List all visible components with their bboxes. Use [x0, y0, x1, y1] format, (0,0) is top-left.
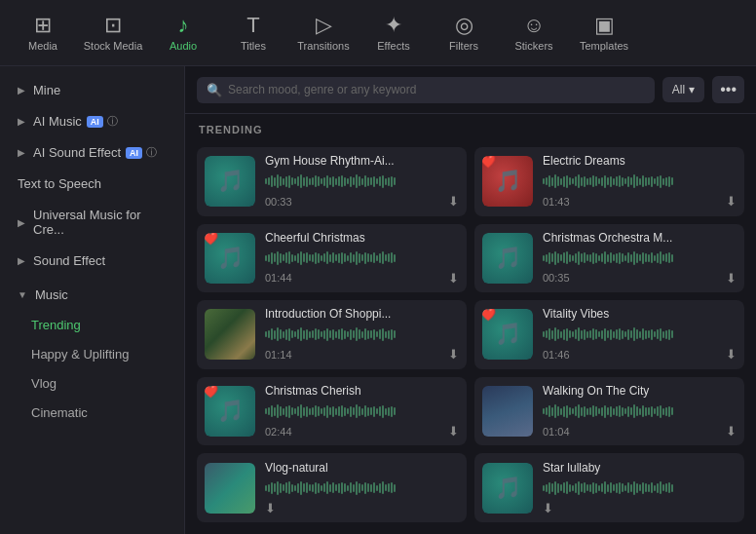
- waveform-bar: [665, 407, 667, 416]
- download-icon[interactable]: ⬇: [448, 424, 459, 439]
- waveform-bar: [569, 407, 571, 415]
- download-icon[interactable]: ⬇: [726, 194, 737, 209]
- chevron-down-icon: ▼: [18, 289, 27, 300]
- waveform-bar: [543, 331, 545, 337]
- sidebar-item-ai-music[interactable]: ▶AI MusicAIⓘ: [4, 106, 180, 136]
- waveform-bar: [364, 328, 366, 340]
- chevron-right-icon: ▶: [18, 217, 25, 228]
- waveform-bar: [300, 174, 302, 188]
- music-card[interactable]: ❤️ 🎵 Christmas Cherish 02:44 ⬇: [197, 377, 467, 446]
- music-card[interactable]: Introduction Of Shoppi... 01:14 ⬇: [197, 300, 467, 369]
- sidebar-sub-item-trending[interactable]: Trending: [12, 311, 180, 339]
- download-icon[interactable]: ⬇: [448, 347, 459, 362]
- waveform-bar: [557, 483, 559, 493]
- sidebar-item-ai-sound-effect[interactable]: ▶AI Sound EffectAIⓘ: [4, 137, 180, 168]
- waveform-bar: [589, 254, 591, 262]
- nav-item-titles[interactable]: T Titles: [218, 4, 288, 62]
- download-icon[interactable]: ⬇: [726, 271, 737, 286]
- waveform-bar: [578, 251, 580, 265]
- waveform-bar: [607, 330, 609, 338]
- waveform-bar: [391, 252, 393, 263]
- waveform-bar: [589, 407, 591, 415]
- waveform-bar: [306, 482, 308, 493]
- waveform-bar: [329, 254, 331, 262]
- music-card[interactable]: ❤️ 🎵 Electric Dreams 01:43 ⬇: [474, 147, 744, 216]
- waveform-bar: [353, 254, 355, 262]
- waveform-bar: [598, 178, 600, 184]
- filter-button[interactable]: All ▾: [662, 77, 704, 102]
- waveform-bar: [636, 483, 638, 493]
- nav-item-stickers[interactable]: ☺ Stickers: [499, 4, 569, 62]
- waveform-bar: [268, 177, 270, 185]
- waveform-bar: [613, 178, 615, 185]
- waveform-bar: [356, 327, 358, 341]
- download-icon[interactable]: ⬇: [448, 271, 459, 286]
- waveform-bar: [338, 483, 340, 493]
- waveform-bar: [648, 177, 650, 185]
- waveform-bar: [627, 329, 629, 340]
- nav-item-stock-media[interactable]: ⊡ Stock Media: [78, 4, 148, 62]
- download-icon[interactable]: ⬇: [448, 194, 459, 209]
- waveform-bar: [344, 330, 346, 339]
- download-icon[interactable]: ⬇: [726, 424, 737, 439]
- sidebar-item-mine[interactable]: ▶Mine: [4, 75, 180, 105]
- nav-label-titles: Titles: [241, 40, 266, 52]
- nav-item-transitions[interactable]: ▷ Transitions: [288, 4, 359, 62]
- download-icon[interactable]: ⬇: [265, 501, 276, 515]
- download-icon[interactable]: ⬇: [726, 347, 737, 362]
- nav-item-media[interactable]: ⊞ Media: [8, 4, 78, 62]
- waveform-bar: [385, 484, 387, 491]
- music-card[interactable]: Vlog-natural ⬇: [197, 453, 467, 522]
- music-card[interactable]: 🎵 Gym House Rhythm-Ai... 00:33 ⬇: [197, 147, 467, 216]
- sidebar-sub-item-cinematic[interactable]: Cinematic: [12, 399, 180, 427]
- sidebar-item-text-to-speech[interactable]: Text to Speech: [4, 169, 180, 199]
- waveform-bar: [280, 176, 282, 186]
- waveform-bar: [630, 254, 632, 262]
- music-card[interactable]: Walking On The City 01:04 ⬇: [474, 377, 744, 446]
- sidebar-item-sound-effect[interactable]: ▶Sound Effect: [4, 246, 180, 276]
- waveform-bar: [657, 329, 659, 339]
- more-button[interactable]: •••: [712, 76, 744, 103]
- waveform-bar: [303, 177, 305, 186]
- music-meta: 01:04 ⬇: [543, 424, 737, 439]
- waveform-bar: [335, 484, 337, 491]
- waveform-bar: [581, 177, 583, 186]
- waveform-bar: [584, 252, 586, 263]
- heart-icon: ❤️: [482, 156, 496, 169]
- waveform-bar: [619, 482, 621, 494]
- waveform-bar: [607, 254, 609, 262]
- nav-label-templates: Templates: [580, 40, 628, 52]
- waveform-bar: [376, 408, 378, 414]
- nav-item-effects[interactable]: ✦ Effects: [359, 4, 429, 62]
- music-section-label: Music: [35, 287, 68, 302]
- waveform-bar: [554, 251, 556, 265]
- music-section-header[interactable]: ▼Music: [4, 280, 180, 310]
- download-icon[interactable]: ⬇: [543, 501, 553, 515]
- waveform-bar: [595, 483, 597, 493]
- music-card[interactable]: 🎵 Christmas Orchestra M... 00:35 ⬇: [474, 224, 744, 293]
- waveform-bar: [554, 481, 556, 495]
- nav-item-audio[interactable]: ♪ Audio: [148, 4, 218, 62]
- sidebar-sub-item-vlog[interactable]: Vlog: [12, 369, 180, 398]
- sidebar-sub-item-happy-uplifting[interactable]: Happy & Uplifting: [12, 340, 180, 368]
- waveform-bar: [630, 177, 632, 185]
- music-card[interactable]: 🎵 Star lullaby ⬇: [474, 453, 744, 522]
- waveform-bar: [265, 408, 267, 414]
- nav-item-templates[interactable]: ▣ Templates: [569, 4, 639, 62]
- waveform-bar: [639, 254, 641, 261]
- search-input[interactable]: [228, 83, 645, 96]
- waveform-bar: [651, 482, 653, 493]
- effects-icon: ✦: [385, 15, 402, 36]
- music-card[interactable]: ❤️ 🎵 Cheerful Christmas 01:44 ⬇: [197, 224, 467, 293]
- music-card[interactable]: ❤️ 🎵 Vitality Vibes 01:46 ⬇: [474, 300, 744, 369]
- waveform-bar: [543, 178, 545, 184]
- waveform-bar: [648, 254, 650, 262]
- music-info: Electric Dreams 01:43 ⬇: [543, 154, 737, 209]
- waveform-bar: [560, 178, 562, 185]
- sidebar-item-universal-music[interactable]: ▶Universal Music for Cre...: [4, 200, 180, 245]
- nav-item-filters[interactable]: ◎ Filters: [429, 4, 499, 62]
- waveform-bar: [294, 485, 296, 491]
- waveform-bar: [385, 178, 387, 185]
- waveform-bar: [671, 177, 673, 185]
- waveform-bar: [654, 255, 656, 261]
